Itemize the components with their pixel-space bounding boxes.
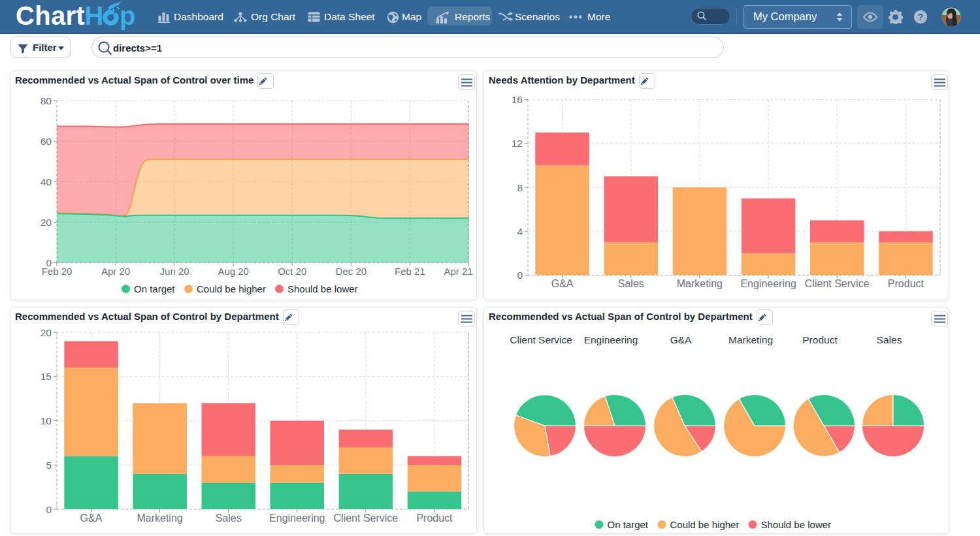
svg-text:Apr 20: Apr 20 [101, 266, 130, 277]
svg-text:Aug 20: Aug 20 [218, 266, 249, 277]
svg-text:12: 12 [512, 138, 523, 149]
svg-text:60: 60 [41, 136, 52, 147]
svg-text:Client Service: Client Service [334, 512, 399, 524]
svg-text:Marketing: Marketing [728, 334, 773, 345]
svg-text:Dec 20: Dec 20 [336, 266, 367, 277]
svg-text:0: 0 [517, 270, 523, 281]
svg-text:Oct 20: Oct 20 [278, 266, 306, 277]
svg-text:Sales: Sales [618, 278, 644, 289]
svg-text:8: 8 [517, 182, 523, 193]
svg-text:Marketing: Marketing [137, 512, 182, 524]
svg-text:Marketing: Marketing [677, 278, 723, 289]
svg-text:Sales: Sales [216, 512, 242, 524]
svg-text:5: 5 [46, 460, 52, 471]
svg-text:Chart: Chart [16, 1, 85, 30]
svg-text:G&A: G&A [80, 512, 103, 524]
svg-text:p: p [120, 1, 135, 30]
svg-text:Product: Product [416, 512, 453, 524]
svg-text:G&A: G&A [551, 278, 574, 289]
svg-text:Client Service: Client Service [510, 334, 572, 345]
svg-text:On target: On target [134, 283, 175, 294]
svg-text:Product: Product [888, 278, 924, 289]
svg-text:Should be lower: Should be lower [761, 519, 832, 530]
svg-text:40: 40 [41, 176, 52, 187]
svg-text:Apr 21: Apr 21 [444, 266, 472, 277]
svg-text:On target: On target [608, 519, 649, 530]
svg-text:Could be higher: Could be higher [197, 283, 266, 294]
svg-text:Product: Product [802, 334, 838, 345]
svg-text:20: 20 [41, 217, 52, 228]
svg-text:Engineering: Engineering [740, 278, 796, 289]
svg-text:0: 0 [46, 504, 52, 515]
svg-text:Feb 21: Feb 21 [395, 266, 425, 277]
svg-text:G&A: G&A [670, 334, 692, 345]
svg-text:4: 4 [517, 226, 523, 237]
svg-text:16: 16 [512, 94, 523, 105]
svg-text:15: 15 [41, 371, 52, 382]
svg-text:80: 80 [41, 95, 52, 106]
svg-text:20: 20 [41, 327, 52, 338]
svg-text:Client Service: Client Service [805, 278, 870, 289]
svg-text:H: H [85, 1, 104, 30]
svg-text:Engineering: Engineering [269, 512, 325, 524]
svg-text:Should be lower: Should be lower [287, 283, 358, 294]
svg-text:Engineering: Engineering [584, 334, 638, 345]
svg-text:Sales: Sales [877, 334, 902, 345]
svg-text:Feb 20: Feb 20 [42, 266, 73, 277]
svg-text:Could be higher: Could be higher [670, 519, 740, 530]
svg-text:Jun 20: Jun 20 [160, 266, 189, 277]
svg-text:?: ? [918, 12, 924, 22]
svg-text:10: 10 [41, 415, 52, 426]
